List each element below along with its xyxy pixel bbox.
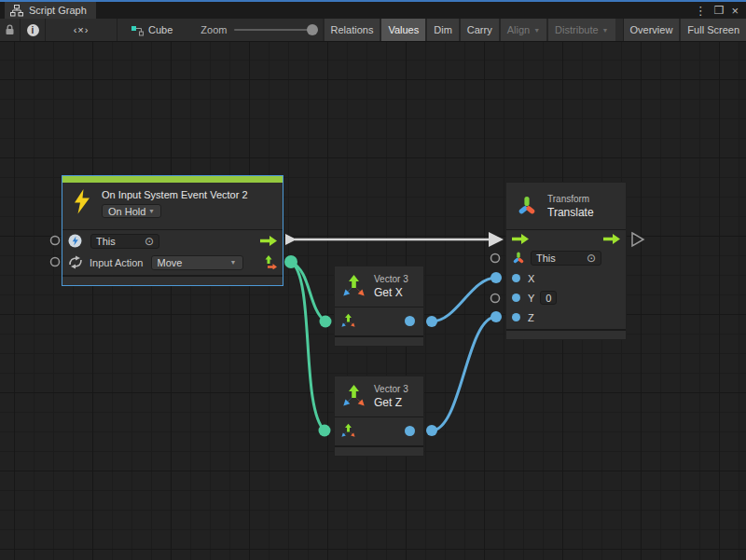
- lock-button[interactable]: [0, 19, 21, 41]
- float-wires: [432, 278, 496, 430]
- node-category: Transform: [547, 194, 594, 204]
- relations-button[interactable]: Relations: [323, 19, 380, 41]
- wire-getx-to-x: [432, 278, 496, 321]
- control-output-port[interactable]: [603, 234, 620, 244]
- node-title: Translate: [547, 206, 594, 219]
- node-footer: [335, 447, 423, 456]
- titlebar: Script Graph ⋮ ❒ ×: [0, 2, 746, 19]
- chevron-down-icon: ▼: [602, 27, 609, 34]
- event-target-row: This ⊙: [62, 230, 283, 252]
- node-vector3-get-x[interactable]: Vector 3 Get X: [334, 266, 424, 347]
- transform-x-row: X: [506, 268, 626, 288]
- transform-header: Transform Translate: [506, 183, 626, 229]
- x-input-port[interactable]: [512, 274, 520, 282]
- vector3-icon: [341, 274, 366, 299]
- node-category: Vector 3: [374, 384, 408, 394]
- script-graph-window: Script Graph ⋮ ❒ × i ‹×› Cube: [0, 0, 746, 560]
- node-footer: [506, 331, 626, 339]
- node-vector3-get-z[interactable]: Vector 3 Get Z: [334, 376, 424, 457]
- float-wire-dots: [426, 272, 502, 436]
- object-picker-icon[interactable]: ⊙: [587, 252, 596, 265]
- window-controls: ⋮ ❒ ×: [695, 5, 746, 17]
- zoom-slider-handle[interactable]: [307, 24, 318, 35]
- z-input-port[interactable]: [512, 313, 520, 321]
- transform-z-row: Z: [506, 307, 626, 327]
- node-footer: [335, 337, 423, 346]
- getz-header: Vector 3 Get Z: [335, 376, 423, 417]
- full-screen-button[interactable]: Full Screen: [679, 19, 746, 41]
- getz-port-row: [335, 417, 423, 444]
- info-button[interactable]: i: [21, 19, 46, 41]
- chevron-down-icon: ▼: [148, 208, 155, 214]
- input-action-dropdown[interactable]: Move ▼: [151, 255, 243, 270]
- event-target-field[interactable]: This ⊙: [90, 234, 159, 249]
- toolbar-buttons: Relations Values Dim Carry Align ▼ Distr…: [323, 19, 746, 41]
- transform-target-field[interactable]: This ⊙: [531, 251, 601, 266]
- kebab-menu-icon[interactable]: ⋮: [695, 5, 707, 17]
- code-icon: ‹×›: [74, 24, 90, 35]
- transform-y-free-port: [491, 294, 500, 303]
- close-icon[interactable]: ×: [731, 5, 739, 17]
- zoom-control: Zoom 1x: [200, 19, 334, 41]
- getx-header: Vector 3 Get X: [335, 266, 423, 307]
- node-title: Get Z: [374, 396, 408, 409]
- z-output-port[interactable]: [405, 426, 415, 436]
- carry-button[interactable]: Carry: [459, 19, 499, 41]
- overview-button[interactable]: Overview: [623, 19, 680, 41]
- input-action-label: Input Action: [90, 257, 144, 268]
- dim-button[interactable]: Dim: [425, 19, 459, 41]
- tab-title: Script Graph: [29, 5, 87, 16]
- graph-name: Cube: [148, 24, 173, 35]
- event-header: On Input System Event Vector 2 On Hold ▼: [62, 183, 283, 229]
- graph-canvas[interactable]: On Input System Event Vector 2 On Hold ▼…: [0, 42, 746, 560]
- control-output-port[interactable]: [260, 236, 277, 246]
- node-title: Get X: [374, 286, 408, 299]
- node-footer: [62, 277, 283, 285]
- vector3-input-port[interactable]: [340, 313, 356, 329]
- values-button[interactable]: Values: [380, 19, 425, 41]
- chevron-down-icon: ▼: [230, 259, 237, 266]
- y-input-port[interactable]: [512, 294, 520, 302]
- vector2-output-port[interactable]: [263, 255, 277, 269]
- event-action-free-port: [51, 258, 60, 266]
- event-this-free-port: [51, 237, 60, 245]
- wire-event-to-getx: [291, 262, 325, 321]
- x-output-port[interactable]: [405, 316, 415, 326]
- node-on-input-system-event[interactable]: On Input System Event Vector 2 On Hold ▼…: [62, 175, 283, 286]
- control-input-port[interactable]: [512, 234, 529, 244]
- lightning-bolt-icon: [74, 189, 90, 214]
- event-accent-bar: [62, 176, 283, 183]
- transform-icon: [516, 195, 538, 217]
- info-icon: i: [27, 24, 39, 36]
- transform-y-row: Y 0: [506, 288, 626, 307]
- event-action-row: Input Action Move ▼: [62, 252, 283, 273]
- node-transform-translate[interactable]: Transform Translate: [505, 182, 627, 340]
- object-picker-icon[interactable]: ⊙: [145, 235, 154, 248]
- code-preview-button[interactable]: ‹×›: [46, 19, 117, 41]
- wire-getz-to-z: [432, 317, 496, 430]
- transform-target-row: This ⊙: [506, 248, 626, 268]
- wire-event-to-getz: [291, 262, 325, 430]
- node-title: On Input System Event Vector 2: [102, 189, 248, 200]
- control-wire-event-to-translate: [285, 232, 504, 247]
- getx-port-row: [335, 307, 423, 334]
- maximize-icon[interactable]: ❒: [714, 5, 725, 17]
- lock-icon: [5, 24, 15, 35]
- vector3-input-port[interactable]: [340, 423, 356, 439]
- y-value-field[interactable]: 0: [540, 291, 557, 305]
- event-mode-dropdown[interactable]: On Hold ▼: [102, 204, 161, 218]
- zoom-slider[interactable]: [234, 29, 316, 31]
- transform-this-free-port: [491, 254, 500, 263]
- control-continue-port: [632, 233, 643, 246]
- input-system-icon: [68, 234, 82, 248]
- graph-asset-icon: [131, 24, 144, 36]
- zoom-label: Zoom: [200, 24, 227, 35]
- align-button[interactable]: Align ▼: [499, 19, 546, 41]
- distribute-button[interactable]: Distribute ▼: [546, 19, 615, 41]
- graph-breadcrumb[interactable]: Cube: [123, 19, 180, 41]
- transform-icon-small: [512, 252, 525, 265]
- graph-hierarchy-icon: [10, 5, 23, 17]
- tab-script-graph[interactable]: Script Graph: [5, 2, 96, 19]
- chevron-down-icon: ▼: [533, 27, 540, 34]
- vector3-icon: [341, 384, 366, 409]
